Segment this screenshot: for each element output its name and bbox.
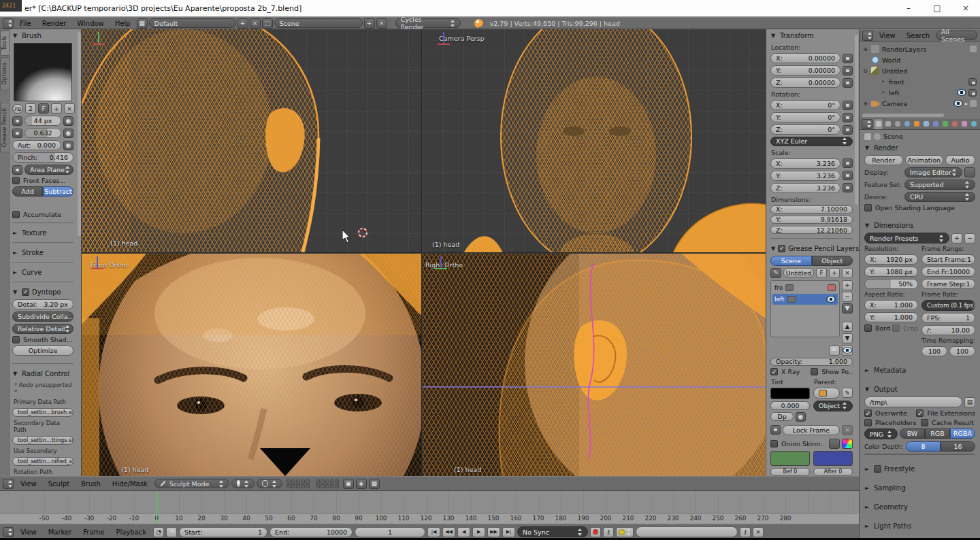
- remap-old-field[interactable]: 100: [921, 346, 947, 356]
- gp-lock-all-button[interactable]: [829, 345, 840, 356]
- outliner-menu-view[interactable]: View: [875, 32, 900, 39]
- brush-panel-header[interactable]: ▼ Brush: [12, 31, 74, 41]
- gp-source-object-toggle[interactable]: Object: [812, 256, 853, 266]
- parent-type-dropdown[interactable]: Object: [813, 401, 853, 411]
- dyntopo-panel-header[interactable]: ▼ ✓ Dyntopo: [12, 287, 74, 297]
- viewport-editor-type-button[interactable]: [3, 479, 14, 489]
- tool-shelf-scrollbar[interactable]: [78, 32, 81, 236]
- viewport-quad[interactable]: (1) head Camera Persp (1) head: [82, 29, 766, 476]
- viewport-user-persp[interactable]: (1) head: [82, 29, 422, 253]
- play-button[interactable]: ▶: [472, 527, 485, 537]
- gp-show-points-checkbox[interactable]: Show Po..: [811, 368, 853, 375]
- render-presets-dropdown[interactable]: Render Presets: [864, 233, 949, 243]
- brush-strength-slider[interactable]: 0.632: [24, 128, 61, 138]
- scene-icon-button[interactable]: ⬚: [262, 18, 273, 29]
- lock-icon[interactable]: [843, 101, 853, 110]
- hide-mask-menu[interactable]: Hide/Mask: [108, 480, 152, 488]
- scene-selector[interactable]: Scene: [274, 18, 363, 28]
- outliner-item-front[interactable]: •front: [862, 76, 979, 87]
- gp-opacity-slider[interactable]: Opacity:1.000: [770, 358, 853, 366]
- keyframe-type-button[interactable]: [616, 527, 634, 537]
- crop-checkbox[interactable]: Crop: [892, 324, 918, 332]
- gp-xray-checkbox[interactable]: ✓X Ray: [770, 368, 808, 375]
- file-format-dropdown[interactable]: PNG: [864, 428, 898, 439]
- accumulate-checkbox[interactable]: Accumulate: [12, 211, 74, 218]
- end-frame-field[interactable]: End:10000: [270, 527, 353, 537]
- pivot-dropdown[interactable]: [257, 479, 282, 488]
- texture-panel-header[interactable]: ►Texture: [12, 228, 74, 238]
- animation-button[interactable]: Animation: [905, 155, 944, 165]
- gp-unlink-button[interactable]: ×: [842, 268, 853, 278]
- layer-grid-1[interactable]: [287, 479, 310, 488]
- folder-icon[interactable]: ▤: [964, 397, 975, 407]
- tab-scene[interactable]: [893, 118, 902, 129]
- add-layout-button[interactable]: +: [238, 18, 248, 29]
- keying-set-field[interactable]: [636, 526, 738, 537]
- outliner-item-renderlayers[interactable]: ⊕ RenderLayers: [862, 44, 979, 54]
- brush-menu[interactable]: Brush: [76, 480, 105, 488]
- strength-pressure-button[interactable]: [63, 129, 74, 138]
- detail-type-dropdown[interactable]: Relative Detail: [12, 324, 74, 334]
- menu-render[interactable]: Render: [37, 20, 71, 27]
- gp-layer-move-up-button[interactable]: ▲: [842, 322, 853, 332]
- outliner-scrollbar[interactable]: [862, 114, 944, 117]
- gp-layers-panel-header[interactable]: ▼ ✓ Grease Pencil Layers: [770, 243, 853, 254]
- gp-layer-move-down-button[interactable]: ▼: [842, 333, 853, 343]
- remove-scene-button[interactable]: ×: [376, 18, 387, 29]
- rotation-z-field[interactable]: Z:0°: [770, 124, 840, 135]
- detail-size-slider[interactable]: Detai:3.20 px: [12, 299, 74, 309]
- cache-result-checkbox[interactable]: Cache Result: [921, 419, 975, 426]
- radius-pressure-button[interactable]: [63, 116, 74, 126]
- frame-rate-dropdown[interactable]: Custom (0.1 fps): [921, 300, 975, 311]
- screen-layout-icon-button[interactable]: ▦: [137, 18, 148, 29]
- sculpt-menu[interactable]: Sculpt: [44, 480, 74, 488]
- unified-radius-lock-button[interactable]: [12, 116, 22, 126]
- close-button[interactable]: ×: [951, 0, 980, 16]
- n-panel-scrollbar[interactable]: [855, 35, 858, 205]
- timeline-canvas[interactable]: -50-40-30-20-100102030405060708090100110…: [0, 491, 859, 524]
- render-panel-header[interactable]: ▼Render: [864, 143, 975, 153]
- gp-name-field[interactable]: Untitled: [783, 268, 814, 277]
- lock-icon[interactable]: [843, 183, 853, 192]
- overwrite-checkbox[interactable]: ✓Overwrite: [864, 409, 914, 417]
- previous-keyframe-button[interactable]: ◀◀: [442, 527, 455, 537]
- rotation-mode-dropdown[interactable]: XYZ Euler: [770, 137, 853, 146]
- primary-data-path-field[interactable]: tool_settin...brush.size: [12, 408, 74, 417]
- onion-before-field[interactable]: Bef 0: [770, 468, 810, 476]
- outliner-item-untitled[interactable]: ⊖ Untitled: [862, 65, 979, 76]
- stroke-panel-header[interactable]: ►Stroke: [12, 248, 74, 258]
- color-mode-rgba-toggle[interactable]: RGBA: [950, 428, 975, 439]
- curve-panel-header[interactable]: ►Curve: [12, 267, 74, 277]
- remove-preset-button[interactable]: −: [964, 233, 975, 243]
- render-toggle-icon[interactable]: [970, 100, 977, 107]
- audio-button[interactable]: Audio: [945, 155, 975, 165]
- timeline-menu-frame[interactable]: Frame: [78, 528, 109, 536]
- lock-icon[interactable]: [843, 113, 853, 122]
- lock-icon[interactable]: [843, 158, 853, 168]
- snap-button[interactable]: ◈: [356, 479, 367, 489]
- end-frame-field[interactable]: End Fr:10000: [921, 267, 975, 277]
- layer-grid-2[interactable]: [316, 479, 339, 488]
- rotation-y-field[interactable]: Y:0°: [770, 112, 840, 122]
- aspect-y-field[interactable]: Y:1.000: [864, 312, 918, 322]
- tint-color-swatch[interactable]: [770, 388, 810, 399]
- screen-layout-selector[interactable]: Default: [149, 18, 236, 28]
- gp-layer-left[interactable]: left: [772, 294, 838, 305]
- viewport-front-ortho[interactable]: Front Ortho (1) head: [82, 254, 422, 476]
- transform-panel-header[interactable]: ▼ Transform: [770, 31, 853, 41]
- metadata-panel-header[interactable]: ►Metadata: [864, 365, 975, 375]
- brush-preview[interactable]: [14, 43, 72, 101]
- depth-8-toggle[interactable]: 8: [906, 441, 941, 452]
- lock-icon[interactable]: [843, 125, 853, 135]
- frame-step-field[interactable]: Frame Step:1: [921, 279, 975, 289]
- feature-set-dropdown[interactable]: Supported: [904, 180, 975, 190]
- sampling-panel-header[interactable]: ►Sampling: [864, 483, 975, 493]
- add-preset-button[interactable]: +: [951, 233, 962, 243]
- outliner-item-world[interactable]: World: [862, 54, 979, 65]
- geometry-panel-header[interactable]: ►Geometry: [864, 502, 975, 512]
- device-dropdown[interactable]: CPU: [904, 192, 975, 202]
- unlink-brush-button[interactable]: ×: [64, 103, 75, 114]
- scale-y-field[interactable]: Y:3.236: [770, 171, 840, 181]
- dyntopo-checkbox[interactable]: ✓: [22, 288, 29, 296]
- tab-data[interactable]: [941, 118, 949, 129]
